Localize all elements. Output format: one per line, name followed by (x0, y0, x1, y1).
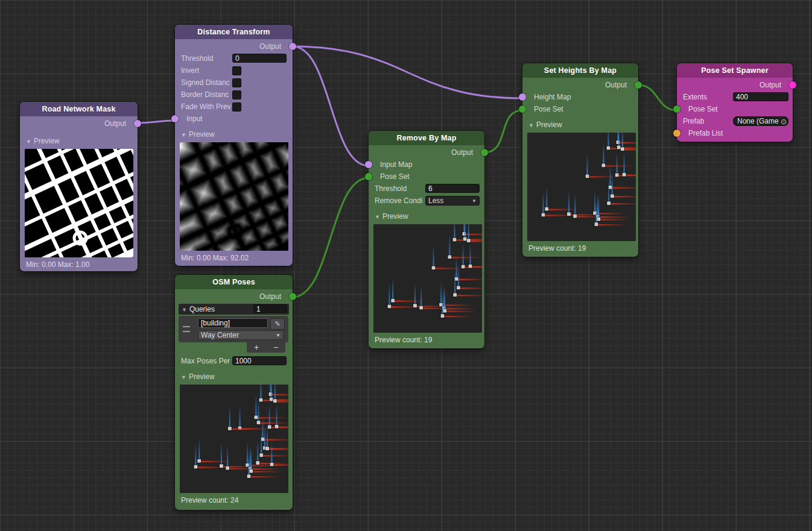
node-remove-by-map[interactable]: Remove By Map Output Input Map Pose Set … (369, 131, 484, 348)
invert-row: Invert (179, 64, 288, 77)
node-osm-poses[interactable]: OSM Poses Output ▼Queries 1 ✎ Way Center… (175, 275, 293, 510)
remove-by-map-preview-image (373, 224, 482, 333)
osm-poses-preview-image (180, 385, 288, 493)
output-port-row: Output (179, 40, 288, 52)
queries-count-field[interactable]: 1 (253, 304, 287, 313)
node-title[interactable]: Distance Transform (175, 25, 293, 39)
wire-osm-to-remove[interactable] (293, 178, 369, 297)
node-title[interactable]: Set Heights By Map (522, 63, 638, 78)
wire-distance-to-remove[interactable] (293, 46, 369, 166)
input-port-row: Input (179, 113, 288, 125)
queries-foldout-row[interactable]: ▼Queries 1 (179, 304, 289, 315)
query-edit-icon[interactable]: ✎ (270, 318, 285, 330)
foldout-triangle-icon: ▼ (375, 214, 380, 220)
pose-set-port-label: Pose Set (688, 105, 718, 113)
pose-set-port-row: Pose Set (373, 171, 480, 183)
prefab-list-port-label: Prefab List (688, 129, 723, 137)
drag-handle-icon[interactable] (183, 326, 190, 332)
output-port-label: Output (451, 148, 473, 157)
signed-distance-row: Signed Distanc (179, 77, 288, 89)
pose-set-port[interactable] (519, 105, 526, 113)
preview-foldout[interactable]: ▼Preview (373, 210, 480, 222)
output-port-row: Output (527, 79, 634, 91)
output-port-row: Output (179, 291, 288, 303)
node-title[interactable]: Remove By Map (369, 131, 484, 145)
chevron-down-icon: ▼ (276, 331, 281, 340)
output-port-label: Output (259, 42, 281, 51)
node-title[interactable]: Road Network Mask (20, 102, 138, 116)
query-text-input[interactable] (198, 318, 268, 328)
max-poses-row: Max Poses Per (179, 355, 288, 367)
prefab-list-port-row: Prefab List (681, 127, 788, 139)
input-map-port-row: Input Map (373, 159, 480, 171)
preview-count-caption: Preview count: 19 (527, 244, 634, 253)
invert-checkbox[interactable] (232, 66, 241, 75)
output-port-row: Output (681, 79, 788, 91)
extents-input[interactable] (733, 92, 788, 101)
output-port-label: Output (605, 81, 627, 89)
query-list-item: ✎ Way Center ▼ (179, 316, 288, 342)
pose-set-port[interactable] (673, 105, 680, 113)
remove-query-button[interactable]: − (266, 342, 285, 353)
node-title[interactable]: OSM Poses (175, 275, 293, 289)
preview-foldout[interactable]: ▼Preview (24, 135, 133, 147)
preview-count-caption: Preview count: 19 (373, 335, 480, 345)
fade-with-prev-checkbox[interactable] (232, 102, 241, 112)
add-query-button[interactable]: + (247, 342, 266, 353)
wire-remove-to-setheights[interactable] (484, 110, 522, 152)
threshold-input[interactable] (425, 184, 480, 193)
node-distance-transform[interactable]: Distance Transform Output Threshold Inve… (175, 25, 293, 266)
set-heights-preview-image (527, 133, 636, 241)
road-mask-preview-image (25, 149, 133, 257)
preview-foldout[interactable]: ▼Preview (527, 119, 634, 131)
node-title[interactable]: Pose Set Spawner (677, 63, 793, 78)
query-type-dropdown[interactable]: Way Center ▼ (198, 330, 284, 340)
remove-condition-dropdown[interactable]: Less ▼ (425, 196, 480, 206)
input-port-label: Input (186, 115, 203, 123)
output-port[interactable] (289, 43, 296, 50)
preview-count-caption: Preview count: 24 (179, 495, 288, 505)
chevron-down-icon: ▼ (472, 196, 477, 206)
height-map-port-label: Height Map (534, 93, 571, 101)
height-map-port-row: Height Map (527, 91, 634, 103)
prefab-list-port[interactable] (673, 130, 680, 137)
wire-setheights-to-spawner[interactable] (638, 85, 677, 110)
node-graph-canvas[interactable]: Road Network Mask Output ▼Preview Min: 0… (0, 0, 812, 531)
output-port[interactable] (635, 81, 642, 89)
foldout-triangle-icon: ▼ (181, 374, 186, 380)
queries-label: Queries (189, 305, 215, 313)
wire-distance-to-setheights[interactable] (293, 46, 522, 98)
minmax-caption: Min: 0.00 Max: 1.00 (24, 260, 133, 269)
signed-distance-checkbox[interactable] (232, 78, 241, 87)
preview-foldout[interactable]: ▼Preview (179, 128, 288, 140)
output-port[interactable] (134, 120, 141, 127)
output-port[interactable] (481, 149, 488, 156)
height-map-port[interactable] (519, 93, 526, 101)
pose-set-port-label: Pose Set (380, 172, 410, 181)
node-pose-set-spawner[interactable]: Pose Set Spawner Output Extents Pose Set… (677, 63, 793, 142)
threshold-row: Threshold (373, 183, 480, 195)
output-port[interactable] (789, 81, 796, 89)
output-port-row: Output (24, 118, 133, 130)
output-port-row: Output (373, 146, 480, 159)
border-distance-checkbox[interactable] (232, 90, 241, 99)
node-set-heights-by-map[interactable]: Set Heights By Map Output Height Map Pos… (522, 63, 638, 257)
object-picker-icon[interactable]: ⊙ (781, 118, 787, 126)
threshold-input[interactable] (232, 54, 287, 63)
threshold-row: Threshold (179, 52, 288, 64)
wire-roadmask-to-distance[interactable] (138, 121, 175, 123)
max-poses-input[interactable] (232, 356, 287, 365)
pose-set-port[interactable] (365, 173, 372, 180)
output-port[interactable] (289, 293, 296, 300)
pose-set-port-row: Pose Set (527, 103, 634, 115)
preview-foldout[interactable]: ▼Preview (179, 371, 288, 383)
remove-condition-row: Remove Condi Less ▼ (373, 195, 480, 207)
extents-row: Extents (681, 91, 788, 103)
border-distance-row: Border Distanc (179, 89, 288, 101)
prefab-object-field[interactable]: None (Game ⊙ (733, 116, 788, 126)
input-map-port[interactable] (365, 161, 372, 168)
pose-set-port-row: Pose Set (681, 103, 788, 115)
node-road-network-mask[interactable]: Road Network Mask Output ▼Preview Min: 0… (20, 102, 138, 271)
list-add-remove-tray: + − (247, 342, 285, 353)
input-port[interactable] (171, 115, 179, 122)
